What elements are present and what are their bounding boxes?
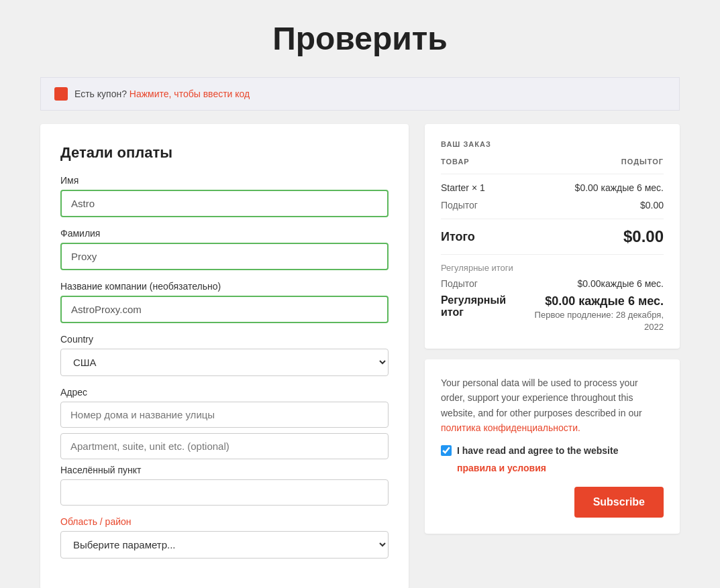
- terms-checkbox[interactable]: [441, 445, 452, 456]
- regular-subtotal-value: $0.00каждые 6 мес.: [577, 278, 664, 289]
- billing-panel: Детали оплаты Имя Фамилия Название компа…: [40, 124, 409, 588]
- privacy-link[interactable]: политика конфиденциальности.: [441, 422, 580, 433]
- terms-checkbox-row: I have read and agree to the website: [441, 445, 664, 456]
- terms-link[interactable]: правила и условия: [457, 463, 664, 473]
- address-group: Адрес: [60, 387, 389, 459]
- subtotal-value: $0.00: [640, 200, 664, 211]
- first-name-label: Имя: [60, 175, 389, 186]
- regular-subtotal-label: Подытог: [441, 278, 478, 289]
- total-label: Итого: [441, 230, 475, 244]
- first-name-input[interactable]: [60, 190, 389, 217]
- order-subtotal-row: Подытог $0.00: [441, 200, 664, 211]
- country-select[interactable]: США: [60, 349, 389, 376]
- order-product-row: Starter × 1 $0.00 каждые 6 мес.: [441, 182, 664, 193]
- subscribe-button[interactable]: Subscribe: [574, 487, 664, 518]
- order-header: ВАШ ЗАКАЗ: [441, 140, 664, 148]
- regular-total-label: Регулярный итог: [441, 294, 525, 318]
- renewal-date: Первое продление: 28 декабря, 2022: [535, 310, 664, 332]
- order-col-headers: ТОВАР подытог: [441, 158, 664, 166]
- checkbox-label: I have read and agree to the website: [457, 445, 618, 456]
- privacy-text: Your personal data will be used to proce…: [441, 375, 664, 436]
- page-title: Проверить: [0, 0, 720, 77]
- subscribe-row: Subscribe: [441, 487, 664, 518]
- country-label: Country: [60, 334, 389, 345]
- regular-totals-label: Регулярные итоги: [441, 263, 664, 273]
- regular-total-right: $0.00 каждые 6 мес. Первое продление: 28…: [525, 294, 664, 333]
- product-price: $0.00 каждые 6 мес.: [575, 182, 664, 193]
- address-label: Адрес: [60, 387, 389, 398]
- company-group: Название компании (необязательно): [60, 281, 389, 323]
- regular-subtotal-row: Подытог $0.00каждые 6 мес.: [441, 278, 664, 289]
- product-name: Starter × 1: [441, 182, 485, 193]
- city-label: Населённый пункт: [60, 465, 389, 475]
- order-summary: ВАШ ЗАКАЗ ТОВАР подытог Starter × 1 $0.0…: [425, 124, 680, 349]
- last-name-input[interactable]: [60, 243, 389, 270]
- first-name-group: Имя: [60, 175, 389, 217]
- coupon-text: Есть купон? Нажмите, чтобы ввести код: [74, 89, 250, 99]
- company-label: Название компании (необязательно): [60, 281, 389, 292]
- coupon-icon: [54, 87, 68, 101]
- coupon-banner: Есть купон? Нажмите, чтобы ввести код: [40, 77, 680, 111]
- address2-input[interactable]: [60, 433, 389, 459]
- col-subtotal: подытог: [621, 158, 664, 166]
- address-input[interactable]: [60, 402, 389, 428]
- billing-section-title: Детали оплаты: [60, 144, 389, 162]
- regular-total-value: $0.00 каждые 6 мес.: [525, 294, 664, 308]
- region-group: Область / район Выберите параметр...: [60, 516, 389, 558]
- last-name-label: Фамилия: [60, 228, 389, 239]
- region-select[interactable]: Выберите параметр...: [60, 531, 389, 558]
- privacy-box: Your personal data will be used to proce…: [425, 359, 680, 534]
- subtotal-label: Подытог: [441, 200, 478, 211]
- order-total-row: Итого $0.00: [441, 227, 664, 246]
- coupon-link[interactable]: Нажмите, чтобы ввести код: [130, 89, 250, 99]
- last-name-group: Фамилия: [60, 228, 389, 270]
- city-input[interactable]: [60, 479, 389, 506]
- total-value: $0.00: [623, 227, 664, 246]
- city-group: Населённый пункт: [60, 465, 389, 506]
- country-group: Country США: [60, 334, 389, 376]
- company-input[interactable]: [60, 296, 389, 323]
- regular-total-row: Регулярный итог $0.00 каждые 6 мес. Перв…: [441, 294, 664, 333]
- region-label: Область / район: [60, 516, 389, 527]
- col-product: ТОВАР: [441, 158, 470, 166]
- right-panel: ВАШ ЗАКАЗ ТОВАР подытог Starter × 1 $0.0…: [425, 124, 680, 534]
- main-layout: Детали оплаты Имя Фамилия Название компа…: [40, 124, 680, 588]
